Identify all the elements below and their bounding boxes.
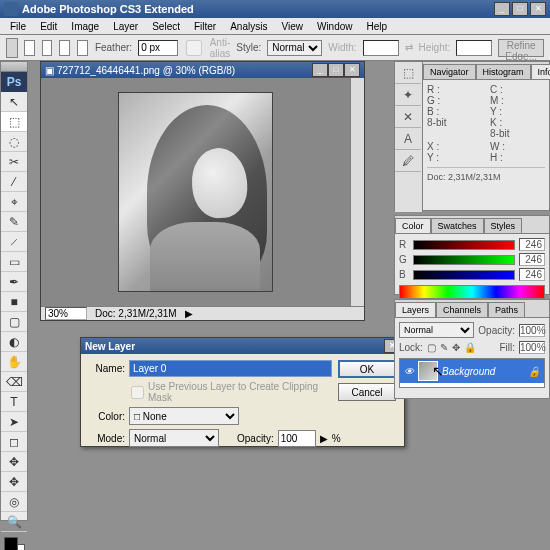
tool-5[interactable]: ⌖ bbox=[1, 192, 27, 212]
tool-12[interactable]: ◐ bbox=[1, 332, 27, 352]
doc-maximize-button[interactable]: □ bbox=[328, 63, 344, 77]
menu-layer[interactable]: Layer bbox=[107, 20, 144, 33]
well-tab-1[interactable]: ⬚ bbox=[395, 62, 421, 84]
active-tool-indicator[interactable] bbox=[6, 38, 18, 58]
close-button[interactable]: ✕ bbox=[530, 2, 546, 16]
tool-13[interactable]: ✋ bbox=[1, 352, 27, 372]
document-title-bar[interactable]: ▣ 727712_46446441.png @ 30% (RGB/8) _ □ … bbox=[41, 62, 364, 78]
foreground-swatch[interactable] bbox=[4, 537, 18, 550]
toolbox-grip[interactable] bbox=[1, 62, 27, 72]
tab-layers[interactable]: Layers bbox=[395, 302, 436, 317]
color-select[interactable]: □ None bbox=[129, 407, 239, 425]
tool-15[interactable]: T bbox=[1, 392, 27, 412]
tool-10[interactable]: ■ bbox=[1, 292, 27, 312]
clipping-mask-label: Use Previous Layer to Create Clipping Ma… bbox=[148, 381, 332, 403]
selection-mode-intersect[interactable] bbox=[77, 40, 88, 56]
menu-help[interactable]: Help bbox=[361, 20, 394, 33]
well-tab-5[interactable]: 🖉 bbox=[395, 150, 421, 172]
tool-0[interactable]: ↖ bbox=[1, 92, 27, 112]
status-menu-arrow[interactable]: ▶ bbox=[185, 308, 193, 319]
width-label: Width: bbox=[328, 42, 356, 53]
dialog-title-bar[interactable]: New Layer ✕ bbox=[81, 338, 404, 354]
tab-swatches[interactable]: Swatches bbox=[431, 218, 484, 233]
lock-pixels-icon[interactable]: ✎ bbox=[440, 342, 448, 353]
tool-18[interactable]: ✥ bbox=[1, 452, 27, 472]
lock-all-icon[interactable]: 🔒 bbox=[464, 342, 476, 353]
g-slider[interactable] bbox=[413, 255, 515, 265]
document-status-bar: 30% Doc: 2,31M/2,31M ▶ bbox=[41, 306, 364, 320]
layer-thumbnail[interactable] bbox=[418, 361, 438, 381]
vertical-scrollbar[interactable] bbox=[350, 78, 364, 306]
menu-window[interactable]: Window bbox=[311, 20, 359, 33]
tab-paths[interactable]: Paths bbox=[488, 302, 525, 317]
menu-edit[interactable]: Edit bbox=[34, 20, 63, 33]
tab-histogram[interactable]: Histogram bbox=[476, 64, 531, 79]
r-slider[interactable] bbox=[413, 240, 515, 250]
menu-analysis[interactable]: Analysis bbox=[224, 20, 273, 33]
ok-button[interactable]: OK bbox=[338, 360, 396, 378]
cancel-button[interactable]: Cancel bbox=[338, 383, 396, 401]
height-input bbox=[456, 40, 492, 56]
tool-6[interactable]: ✎ bbox=[1, 212, 27, 232]
tool-11[interactable]: ▢ bbox=[1, 312, 27, 332]
tool-8[interactable]: ▭ bbox=[1, 252, 27, 272]
visibility-eye-icon[interactable]: 👁 bbox=[404, 366, 414, 377]
tool-3[interactable]: ✂ bbox=[1, 152, 27, 172]
tool-4[interactable]: ∕ bbox=[1, 172, 27, 192]
minimize-button[interactable]: _ bbox=[494, 2, 510, 16]
tool-2[interactable]: ◌ bbox=[1, 132, 27, 152]
color-spectrum[interactable] bbox=[399, 285, 545, 299]
tool-7[interactable]: ⟋ bbox=[1, 232, 27, 252]
menu-file[interactable]: File bbox=[4, 20, 32, 33]
well-tab-3[interactable]: ✕ bbox=[395, 106, 421, 128]
layer-opacity-input[interactable]: 100% bbox=[519, 324, 545, 337]
tab-navigator[interactable]: Navigator bbox=[423, 64, 476, 79]
zoom-field[interactable]: 30% bbox=[45, 307, 87, 320]
maximize-button[interactable]: □ bbox=[512, 2, 528, 16]
tool-9[interactable]: ✒ bbox=[1, 272, 27, 292]
menu-view[interactable]: View bbox=[275, 20, 309, 33]
tool-14[interactable]: ⌫ bbox=[1, 372, 27, 392]
menu-filter[interactable]: Filter bbox=[188, 20, 222, 33]
well-tab-2[interactable]: ✦ bbox=[395, 84, 421, 106]
layers-panel: Normal Opacity: 100% Lock: ▢ ✎ ✥ 🔒 Fill:… bbox=[395, 318, 549, 392]
opacity-flyout-icon[interactable]: ▶ bbox=[320, 433, 328, 444]
tool-17[interactable]: ◻ bbox=[1, 432, 27, 452]
document-canvas[interactable] bbox=[41, 78, 350, 306]
image-content bbox=[118, 92, 273, 292]
refine-edge-button[interactable]: Refine Edge... bbox=[498, 39, 544, 57]
fill-label: Fill: bbox=[499, 342, 515, 353]
layer-name-input[interactable] bbox=[129, 360, 332, 377]
blend-mode-select[interactable]: Normal bbox=[399, 322, 474, 338]
lock-move-icon[interactable]: ✥ bbox=[452, 342, 460, 353]
tab-color[interactable]: Color bbox=[395, 218, 431, 233]
style-select[interactable]: Normal bbox=[267, 40, 322, 56]
mode-select[interactable]: Normal bbox=[129, 429, 219, 447]
tab-styles[interactable]: Styles bbox=[484, 218, 523, 233]
tool-20[interactable]: ◎ bbox=[1, 492, 27, 512]
g-value[interactable]: 246 bbox=[519, 253, 545, 266]
selection-mode-new[interactable] bbox=[24, 40, 35, 56]
doc-minimize-button[interactable]: _ bbox=[312, 63, 328, 77]
layer-item-background[interactable]: 👁 Background 🔒 bbox=[400, 359, 544, 383]
ps-logo: Ps bbox=[1, 72, 27, 92]
layer-fill-input[interactable]: 100% bbox=[519, 341, 545, 354]
b-slider[interactable] bbox=[413, 270, 515, 280]
lock-trans-icon[interactable]: ▢ bbox=[427, 342, 436, 353]
opacity-input[interactable] bbox=[278, 430, 316, 447]
tab-channels[interactable]: Channels bbox=[436, 302, 488, 317]
menu-select[interactable]: Select bbox=[146, 20, 186, 33]
feather-input[interactable] bbox=[138, 40, 178, 56]
r-value[interactable]: 246 bbox=[519, 238, 545, 251]
doc-close-button[interactable]: ✕ bbox=[344, 63, 360, 77]
tab-info[interactable]: Info bbox=[531, 64, 550, 79]
tool-21[interactable]: 🔍 bbox=[1, 512, 27, 532]
tool-16[interactable]: ➤ bbox=[1, 412, 27, 432]
tool-1[interactable]: ⬚ bbox=[1, 112, 27, 132]
menu-image[interactable]: Image bbox=[65, 20, 105, 33]
well-tab-4[interactable]: A bbox=[395, 128, 421, 150]
tool-19[interactable]: ✥ bbox=[1, 472, 27, 492]
b-value[interactable]: 246 bbox=[519, 268, 545, 281]
selection-mode-subtract[interactable] bbox=[59, 40, 70, 56]
selection-mode-add[interactable] bbox=[42, 40, 53, 56]
